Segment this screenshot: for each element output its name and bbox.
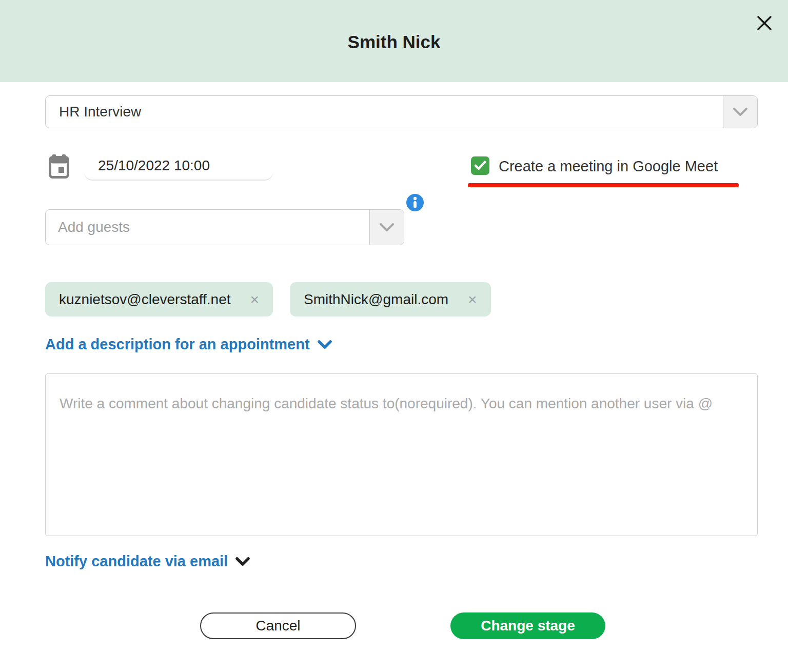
annotation-red-underline (468, 183, 739, 187)
datetime-input[interactable] (84, 152, 273, 181)
notify-candidate-link[interactable]: Notify candidate via email (45, 553, 250, 570)
google-meet-label: Create a meeting in Google Meet (499, 158, 718, 175)
add-guests-input[interactable] (46, 210, 369, 245)
modal-header: Smith Nick (0, 0, 788, 82)
info-icon (406, 194, 424, 211)
notify-candidate-label: Notify candidate via email (45, 553, 228, 570)
add-guests-field (45, 209, 404, 245)
chevron-down-icon (235, 557, 250, 566)
candidate-name-title: Smith Nick (0, 32, 788, 52)
guest-chip-list: kuznietsov@cleverstaff.net × SmithNick@g… (45, 282, 491, 317)
calendar-icon (49, 154, 69, 179)
guests-info-button[interactable] (406, 194, 424, 211)
guest-chip: SmithNick@gmail.com × (290, 282, 491, 317)
close-button[interactable] (753, 12, 776, 35)
add-description-label: Add a description for an appointment (45, 336, 310, 353)
checkmark-icon (474, 161, 486, 171)
stage-select-value: HR Interview (46, 96, 723, 128)
chevron-down-icon (733, 107, 748, 116)
remove-guest-button[interactable]: × (250, 292, 260, 307)
chevron-down-icon (379, 223, 395, 232)
remove-guest-button[interactable]: × (468, 292, 477, 307)
close-icon (755, 14, 774, 32)
comment-textarea[interactable] (45, 373, 758, 536)
stage-select-dropdown-button[interactable] (723, 96, 757, 128)
change-stage-button[interactable]: Change stage (450, 612, 605, 639)
guest-chip: kuznietsov@cleverstaff.net × (45, 282, 273, 317)
guest-email: SmithNick@gmail.com (304, 291, 448, 308)
stage-select[interactable]: HR Interview (45, 95, 758, 128)
change-stage-modal: Smith Nick HR Interview Create (0, 0, 788, 672)
guest-email: kuznietsov@cleverstaff.net (59, 291, 231, 308)
chevron-down-icon (318, 340, 332, 349)
cancel-button[interactable]: Cancel (200, 612, 356, 639)
add-description-link[interactable]: Add a description for an appointment (45, 336, 332, 353)
date-picker-button[interactable] (49, 154, 69, 179)
add-guests-dropdown-button[interactable] (369, 210, 404, 245)
google-meet-checkbox[interactable] (471, 156, 489, 175)
